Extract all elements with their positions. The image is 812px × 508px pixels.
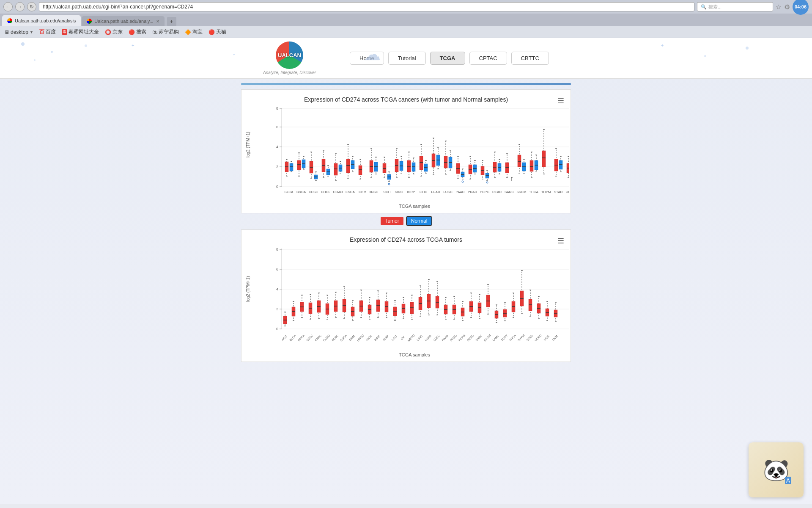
tab-1[interactable]: Ualcan.path.uab.edu/analysis <box>2 15 81 26</box>
logo-area: UALCAN Analyze, Integrate, Discover <box>263 41 316 75</box>
bookmark-taobao[interactable]: 🔶淘宝 <box>185 28 203 36</box>
svg-rect-135 <box>420 156 423 170</box>
svg-text:UCEC: UCEC <box>534 334 542 342</box>
bookmark-duba[interactable]: 毒毒霸网址大全 <box>62 28 99 36</box>
svg-text:UVM: UVM <box>551 334 558 341</box>
svg-text:COAD: COAD <box>323 334 331 342</box>
reload-button[interactable]: ↻ <box>27 2 36 11</box>
nav-cptac[interactable]: CPTAC <box>469 52 507 65</box>
bookmark-desktop[interactable]: 🖥desktop▼ <box>4 29 33 35</box>
chart2-menu-icon[interactable]: ☰ <box>557 236 564 246</box>
svg-text:CHOL: CHOL <box>321 190 331 194</box>
svg-text:SARC: SARC <box>475 334 483 342</box>
svg-rect-73 <box>346 159 350 173</box>
chart2-svg: 0 2 4 6 8 <box>265 246 569 352</box>
address-bar[interactable]: http://ualcan.path.uab.edu/cgi-bin/Pan-c… <box>39 2 694 11</box>
svg-text:STAD: STAD <box>526 334 533 342</box>
svg-text:BRCA: BRCA <box>296 190 306 194</box>
svg-text:THCA: THCA <box>529 190 538 194</box>
svg-text:CESC: CESC <box>309 190 318 194</box>
tab-bar: Ualcan.path.uab.edu/analysis Ualcan.path… <box>0 14 812 26</box>
bookmark-tianmao[interactable]: 🔴天猫 <box>208 28 226 36</box>
svg-text:4: 4 <box>276 145 278 149</box>
svg-text:PRAD: PRAD <box>468 190 477 194</box>
svg-text:THYM: THYM <box>517 334 525 342</box>
chart1-section: Expression of CD274 across TCGA cancers … <box>241 89 571 213</box>
mascot: 🐼 A <box>749 442 804 497</box>
nav-tcga[interactable]: TCGA <box>430 52 465 65</box>
svg-text:2: 2 <box>276 307 278 311</box>
chart2-section: Expression of CD274 across TCGA tumors ☰… <box>241 229 571 362</box>
svg-text:TCGT: TCGT <box>500 334 508 342</box>
svg-text:GBM: GBM <box>348 334 355 341</box>
page-content: ✦ ✦ ✦ UALCAN Analyze, Integrate, Discove… <box>0 38 812 504</box>
svg-text:HNSC: HNSC <box>357 334 365 342</box>
tab-close-icon[interactable]: ✕ <box>156 19 159 24</box>
svg-rect-40 <box>310 161 313 173</box>
svg-rect-84 <box>359 166 362 175</box>
svg-rect-29 <box>297 160 301 170</box>
settings-icon[interactable]: ⚙ <box>784 3 790 11</box>
svg-rect-233 <box>530 160 533 171</box>
chart2-x-label: TCGA samples <box>265 352 564 357</box>
bookmark-suning[interactable]: 🛍苏宁易购 <box>152 28 179 36</box>
svg-rect-101 <box>383 163 386 173</box>
chart1-svg: 0 2 4 6 8 <box>265 106 569 204</box>
chart1-menu-icon[interactable]: ☰ <box>557 96 564 105</box>
svg-text:ESCA: ESCA <box>346 190 355 194</box>
chart2-y-label: log2 (TPM+1) <box>246 276 250 302</box>
svg-text:MESO: MESO <box>407 334 415 342</box>
svg-text:ESCA: ESCA <box>340 334 348 342</box>
svg-text:LAML: LAML <box>492 334 499 342</box>
svg-text:PCPG: PCPG <box>458 334 466 342</box>
svg-text:8: 8 <box>276 247 278 251</box>
logo-tagline: Analyze, Integrate, Discover <box>263 70 316 75</box>
tab-2[interactable]: Ualcan.path.uab.edu/analy... ✕ <box>82 16 164 26</box>
svg-rect-23 <box>290 163 293 171</box>
separator-bar <box>241 83 571 85</box>
legend-tumor[interactable]: Tumor <box>381 217 403 225</box>
svg-text:ACC: ACC <box>281 335 288 341</box>
legend-normal[interactable]: Normal <box>407 217 432 225</box>
svg-point-177 <box>462 181 464 182</box>
title-bar: ← → ↻ http://ualcan.path.uab.edu/cgi-bin… <box>0 0 812 14</box>
svg-text:LUSC: LUSC <box>443 190 453 194</box>
search-bar[interactable]: 🔍 搜索... <box>697 2 773 11</box>
svg-text:BLCA: BLCA <box>285 190 294 194</box>
forward-button[interactable]: → <box>15 2 25 11</box>
bookmark-search[interactable]: 🔴搜索 <box>129 28 146 36</box>
svg-text:LUAD: LUAD <box>424 334 432 342</box>
svg-text:CESC: CESC <box>306 334 314 342</box>
svg-text:SKCM: SKCM <box>483 334 491 342</box>
svg-text:THCA: THCA <box>509 334 517 342</box>
svg-text:SARC: SARC <box>505 190 514 194</box>
chart1-title: Expression of CD274 across TCGA cancers … <box>248 96 564 103</box>
svg-text:0: 0 <box>276 327 278 331</box>
bookmark-jd[interactable]: ⭕京东 <box>105 28 123 36</box>
search-icon: 🔍 <box>701 4 707 10</box>
nav-cbttc[interactable]: CBTTC <box>511 52 549 65</box>
svg-text:UCEC: UCEC <box>566 190 569 194</box>
bookmark-baidu[interactable]: 百百度 <box>39 28 56 36</box>
svg-text:UCS: UCS <box>543 334 550 341</box>
svg-text:KIRP: KIRP <box>407 190 415 194</box>
chart2-title: Expression of CD274 across TCGA tumors <box>248 236 564 243</box>
svg-rect-157 <box>444 156 447 168</box>
svg-text:0: 0 <box>276 185 278 189</box>
star-icon[interactable]: ☆ <box>776 3 782 11</box>
new-tab-button[interactable]: + <box>167 17 176 26</box>
svg-text:COAD: COAD <box>333 190 343 194</box>
bookmarks-bar: 🖥desktop▼ 百百度 毒毒霸网址大全 ⭕京东 🔴搜索 🛍苏宁易购 🔶淘宝 … <box>0 26 812 38</box>
svg-text:READ: READ <box>492 190 502 194</box>
nav-tutorial[interactable]: Tutorial <box>388 52 426 65</box>
svg-text:KICH: KICH <box>382 190 390 194</box>
svg-text:6: 6 <box>276 267 278 271</box>
svg-text:KICH: KICH <box>365 334 373 342</box>
back-button[interactable]: ← <box>3 2 13 11</box>
svg-text:OV: OV <box>400 335 405 340</box>
svg-text:GBM: GBM <box>359 190 367 194</box>
site-header: ✦ ✦ ✦ UALCAN Analyze, Integrate, Discove… <box>0 38 812 79</box>
svg-point-110 <box>388 183 390 185</box>
svg-text:THYM: THYM <box>541 190 551 194</box>
svg-text:READ: READ <box>466 334 475 342</box>
